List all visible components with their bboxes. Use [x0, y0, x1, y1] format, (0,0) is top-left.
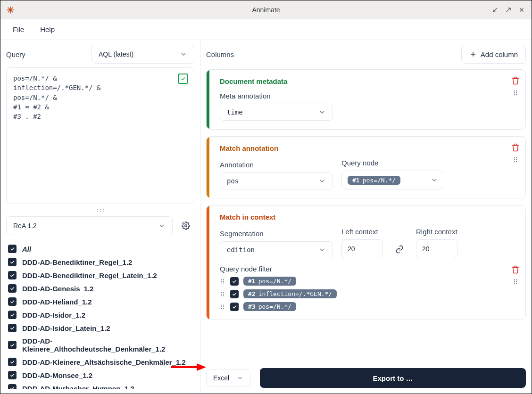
corpus-item-all[interactable]: All — [6, 244, 194, 254]
delete-column-button[interactable] — [511, 265, 520, 274]
svg-point-22 — [223, 281, 224, 282]
maximize-button[interactable] — [505, 7, 512, 13]
corpus-item[interactable]: DDD-AD-Heliand_1.2 — [6, 296, 194, 307]
annotation-select[interactable]: pos — [220, 172, 333, 189]
left-context-input[interactable]: 20 — [341, 239, 383, 258]
checkbox[interactable] — [8, 245, 17, 253]
svg-point-8 — [516, 90, 517, 91]
checkbox[interactable] — [8, 311, 17, 319]
segmentation-select[interactable]: edition — [220, 241, 333, 258]
annotation-label: Annotation — [220, 161, 333, 169]
checkbox[interactable] — [8, 371, 17, 379]
menu-help[interactable]: Help — [40, 25, 55, 33]
link-contexts-button[interactable] — [391, 245, 407, 258]
corpus-name: DDD-AD-Heliand_1.2 — [22, 298, 92, 306]
svg-point-21 — [221, 281, 222, 282]
drag-handle[interactable] — [512, 279, 519, 285]
corpus-item[interactable]: DDD-AD-Kleinere_Altsächsische_Denkmäler_… — [6, 357, 194, 367]
corpus-name: DDD-AD-Isidor_1.2 — [22, 311, 85, 319]
chevron-down-icon — [318, 246, 326, 254]
corpus-item[interactable]: DDD-AD-Monsee_1.2 — [6, 370, 194, 380]
add-column-button[interactable]: Add column — [461, 45, 526, 64]
svg-point-31 — [221, 304, 222, 305]
checkbox[interactable] — [230, 303, 239, 311]
corpus-item[interactable]: DDD-AD-Murbacher_Hymnen_1.2 — [6, 383, 194, 389]
titlebar: Annimate — [0, 0, 532, 19]
chevron-down-icon — [318, 108, 326, 116]
corpus-item[interactable]: DDD-AD-Benediktiner_Regel_1.2 — [6, 257, 194, 267]
checkbox[interactable] — [8, 384, 17, 389]
annotation-value: pos — [227, 177, 239, 185]
chevron-down-icon — [180, 50, 187, 58]
drag-handle[interactable] — [220, 291, 225, 297]
export-button[interactable]: Export to … — [260, 368, 526, 388]
export-button-label: Export to … — [373, 374, 413, 382]
query-node-pill: #1pos=/N.*/ — [348, 176, 400, 185]
menu-file[interactable]: File — [13, 25, 24, 33]
trash-icon — [511, 143, 520, 152]
right-context-label: Right context — [416, 228, 457, 236]
corpus-item[interactable]: DDD-AD-Benediktiner_Regel_Latein_1.2 — [6, 270, 194, 280]
checkbox[interactable] — [8, 271, 17, 279]
checkbox[interactable] — [8, 284, 17, 293]
checkbox[interactable] — [8, 297, 17, 306]
drag-handle[interactable] — [220, 279, 225, 284]
chevron-down-icon — [158, 222, 166, 230]
svg-point-5 — [103, 211, 104, 212]
svg-point-18 — [516, 161, 517, 162]
pane-splitter[interactable] — [6, 208, 194, 213]
svg-point-4 — [100, 211, 101, 212]
query-textarea[interactable]: pos=/N.*/ & inflection=/.*GEN.*/ & pos=/… — [6, 67, 194, 204]
export-format-select[interactable]: Excel — [206, 369, 250, 386]
columns-label: Columns — [206, 50, 234, 58]
checkbox[interactable] — [230, 277, 239, 286]
checkbox[interactable] — [8, 258, 17, 266]
left-context-label: Left context — [341, 228, 383, 236]
close-button[interactable] — [518, 7, 525, 13]
svg-point-12 — [516, 94, 517, 95]
checkbox[interactable] — [8, 358, 17, 366]
corpus-name: DDD-AD-Genesis_1.2 — [22, 285, 94, 293]
chevron-down-icon — [431, 176, 438, 184]
trash-icon — [511, 265, 520, 274]
corpus-set-select[interactable]: ReA 1.2 — [6, 216, 173, 235]
svg-point-41 — [514, 283, 515, 284]
right-context-input[interactable]: 20 — [416, 239, 457, 258]
link-icon — [394, 245, 405, 254]
query-node-select[interactable]: #1pos=/N.*/ — [341, 171, 444, 189]
corpus-settings-button[interactable] — [177, 217, 194, 234]
svg-point-42 — [516, 283, 517, 284]
corpus-item[interactable]: DDD-AD-Genesis_1.2 — [6, 283, 194, 294]
corpus-item[interactable]: DDD-AD-Kleinere_Althochdeutsche_Denkmäle… — [6, 336, 194, 354]
grip-icon — [512, 90, 519, 96]
meta-annotation-label: Meta annotation — [220, 92, 333, 100]
checkbox[interactable] — [8, 324, 17, 332]
delete-column-button[interactable] — [511, 76, 520, 85]
delete-column-button[interactable] — [511, 143, 520, 152]
query-node-pill: #2inflection=/.*GEN.*/ — [243, 289, 337, 298]
svg-point-38 — [516, 279, 517, 280]
segmentation-label: Segmentation — [220, 230, 333, 238]
checkbox[interactable] — [230, 290, 239, 298]
card-title: Document metadata — [220, 77, 503, 85]
corpus-name: All — [22, 245, 31, 253]
svg-point-2 — [103, 209, 104, 210]
checkbox[interactable] — [8, 341, 17, 349]
svg-point-10 — [516, 92, 517, 93]
svg-point-37 — [514, 279, 515, 280]
query-text: pos=/N.*/ & inflection=/.*GEN.*/ & pos=/… — [13, 74, 100, 120]
drag-handle[interactable] — [512, 90, 519, 96]
query-node-filter-row: #3pos=/N.*/ — [220, 302, 503, 311]
minimize-button[interactable] — [492, 7, 499, 13]
corpus-item[interactable]: DDD-AD-Isidor_1.2 — [6, 310, 194, 320]
grip-icon — [512, 156, 519, 163]
corpus-name: DDD-AD-Monsee_1.2 — [22, 371, 92, 379]
drag-handle[interactable] — [512, 156, 519, 163]
query-language-select[interactable]: AQL (latest) — [91, 45, 194, 64]
column-card-document-metadata: Document metadata Meta annotation time — [206, 69, 526, 130]
corpus-item[interactable]: DDD-AD-Isidor_Latein_1.2 — [6, 323, 194, 333]
drag-handle[interactable] — [220, 304, 225, 310]
svg-point-0 — [97, 209, 98, 210]
corpus-set-value: ReA 1.2 — [13, 222, 37, 230]
meta-annotation-select[interactable]: time — [220, 104, 333, 121]
